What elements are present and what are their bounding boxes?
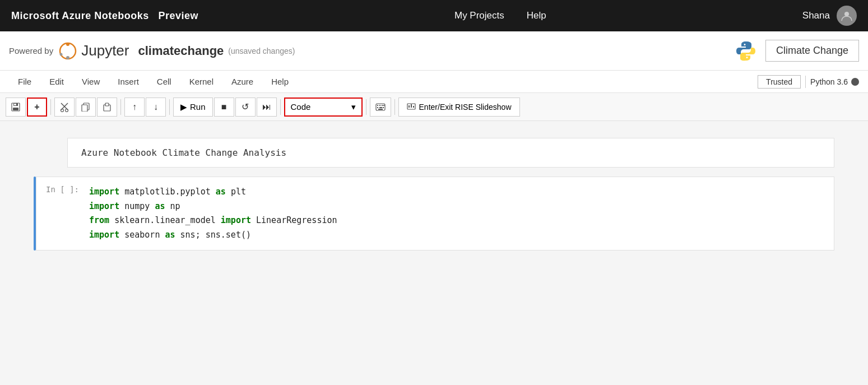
top-nav-links: My Projects Help [454, 10, 546, 21]
help-link[interactable]: Help [527, 10, 546, 21]
kw-import-4: import [89, 230, 119, 240]
cell-type-value: Code [291, 102, 311, 112]
unsaved-label: (unsaved changes) [228, 47, 295, 55]
save-button[interactable] [6, 98, 26, 117]
fast-forward-button[interactable]: ⏭ [257, 98, 277, 117]
stop-button[interactable]: ■ [214, 98, 234, 117]
code-cell[interactable]: In [ ]: import matplotlib.pyplot as plt … [36, 177, 834, 251]
toolbar-sep-3 [169, 99, 170, 115]
svg-rect-27 [409, 105, 410, 108]
code-cell-wrapper: In [ ]: import matplotlib.pyplot as plt … [34, 177, 834, 251]
restart-button[interactable]: ↺ [235, 98, 256, 117]
add-cell-button[interactable]: + [27, 98, 47, 117]
menu-cell[interactable]: Cell [148, 73, 180, 90]
jupyter-logo: Jupyter [57, 40, 129, 62]
paste-button[interactable] [97, 98, 117, 117]
svg-point-2 [66, 43, 69, 46]
cell-type-dropdown[interactable]: Code ▾ [284, 98, 363, 117]
jupyter-logo-icon [57, 40, 79, 62]
svg-rect-21 [377, 107, 378, 108]
toolbar-sep-6 [394, 99, 395, 115]
dropdown-chevron-icon: ▾ [351, 102, 356, 112]
code-area[interactable]: import matplotlib.pyplot as plt import n… [87, 177, 834, 250]
menu-azure[interactable]: Azure [222, 73, 262, 90]
menu-edit[interactable]: Edit [40, 73, 73, 90]
top-nav-user: Shana [802, 6, 857, 26]
svg-point-0 [844, 12, 849, 16]
svg-rect-16 [105, 103, 109, 106]
notebook-title-button[interactable]: Climate Change [765, 40, 859, 62]
copy-button[interactable] [76, 98, 96, 117]
code-cell-prompt: In [ ]: import matplotlib.pyplot as plt … [36, 177, 834, 250]
jupyter-header: Powered by Jupyter climatechange (unsave… [0, 31, 868, 71]
run-label: Run [190, 102, 206, 112]
svg-point-3 [66, 56, 69, 59]
toolbar-sep-4 [280, 99, 281, 115]
powered-by-text: Powered by [9, 46, 53, 55]
menu-file[interactable]: File [9, 73, 40, 90]
trusted-button[interactable]: Trusted [758, 75, 801, 89]
run-icon: ▶ [180, 102, 187, 112]
svg-rect-19 [379, 105, 380, 106]
kw-from: from [89, 215, 109, 225]
menu-bar: File Edit View Insert Cell Kernel Azure … [0, 71, 868, 93]
kw-as-2: as [155, 201, 165, 211]
preview-label: Preview [158, 10, 198, 21]
brand-text: Microsoft Azure Notebooks Preview [11, 10, 198, 22]
toolbar-sep-2 [120, 99, 121, 115]
svg-rect-23 [383, 105, 384, 106]
cut-button[interactable] [54, 98, 75, 117]
markdown-content: Azure Notebook Climate Change Analysis [81, 147, 286, 158]
toolbar: + ↑ ↓ ▶ Run ■ ↺ ⏭ Code ▾ [0, 93, 868, 121]
top-nav: Microsoft Azure Notebooks Preview My Pro… [0, 0, 868, 31]
keyboard-button[interactable] [370, 98, 391, 117]
svg-point-12 [66, 109, 68, 112]
menu-insert[interactable]: Insert [109, 73, 148, 90]
svg-rect-18 [377, 105, 378, 106]
rise-slideshow-button[interactable]: Enter/Exit RISE Slideshow [398, 98, 520, 117]
powered-by-section: Powered by Jupyter [9, 40, 129, 62]
kw-import-3: import [221, 215, 251, 225]
svg-rect-28 [411, 104, 412, 108]
in-prompt: In [ ]: [36, 177, 87, 202]
menu-items: File Edit View Insert Cell Kernel Azure … [9, 73, 758, 90]
rise-label: Enter/Exit RISE Slideshow [419, 103, 512, 112]
toolbar-sep-1 [50, 99, 51, 115]
add-cell-label: + [34, 102, 39, 112]
svg-point-4 [60, 53, 63, 55]
svg-rect-25 [378, 109, 383, 110]
python-status-dot [851, 78, 859, 86]
jupyter-header-right: Climate Change [734, 39, 859, 63]
menu-view[interactable]: View [73, 73, 109, 90]
menu-help[interactable]: Help [262, 73, 298, 90]
svg-rect-22 [379, 107, 382, 108]
python-version-label: Python 3.6 [810, 77, 859, 86]
jupyter-wordmark: Jupyter [81, 42, 129, 59]
kw-import-2: import [89, 201, 119, 211]
move-up-button[interactable]: ↑ [124, 98, 145, 117]
markdown-cell[interactable]: Azure Notebook Climate Change Analysis [67, 138, 834, 168]
code-line-2: import numpy as np [89, 200, 826, 214]
run-button[interactable]: ▶ Run [173, 98, 213, 117]
menu-separator [805, 76, 806, 88]
move-down-button[interactable]: ↓ [146, 98, 166, 117]
code-line-4: import seaborn as sns; sns.set() [89, 228, 826, 243]
svg-rect-14 [82, 105, 87, 112]
notebook-name[interactable]: climatechange [138, 44, 224, 58]
my-projects-link[interactable]: My Projects [454, 10, 504, 21]
brand-name: Microsoft Azure Notebooks [11, 10, 149, 21]
svg-rect-7 [13, 108, 18, 110]
python-icon [734, 39, 758, 63]
code-line-1: import matplotlib.pyplot as plt [89, 185, 826, 200]
svg-point-11 [61, 109, 64, 112]
python-version-text: Python 3.6 [810, 77, 848, 86]
menu-bar-right: Trusted Python 3.6 [758, 75, 859, 89]
kw-as-3: as [165, 230, 175, 240]
kw-import-1: import [89, 187, 119, 197]
username-label: Shana [802, 10, 830, 21]
avatar[interactable] [837, 6, 857, 26]
kw-as-1: as [216, 187, 226, 197]
menu-kernel[interactable]: Kernel [180, 73, 222, 90]
main-content: Azure Notebook Climate Change Analysis I… [0, 121, 868, 273]
svg-rect-29 [413, 106, 414, 108]
